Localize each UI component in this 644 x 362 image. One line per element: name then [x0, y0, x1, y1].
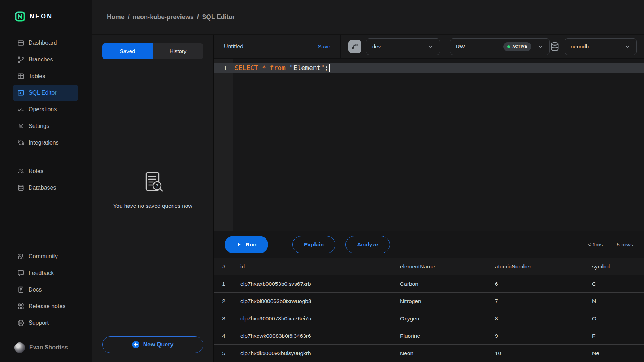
editor-toolbar: Untitled Save dev	[214, 35, 644, 58]
query-stats: < 1ms 5 rows	[588, 241, 633, 248]
sql-keyword: from	[270, 64, 286, 72]
analyze-button[interactable]: Analyze	[345, 236, 390, 253]
sidebar-item-tables[interactable]: Tables	[13, 68, 78, 85]
cell-atomicNumber: 8	[488, 315, 586, 322]
cell-id: clp7hxdkx00093b0isy08gkrh	[234, 350, 393, 357]
branch-icon-button[interactable]	[348, 40, 361, 53]
cell-index: 1	[214, 275, 234, 292]
tab-saved[interactable]: Saved	[102, 43, 153, 59]
sidebar-item-community[interactable]: Community	[13, 248, 78, 265]
database-icon	[17, 184, 25, 191]
sidebar-item-label: SQL Editor	[29, 90, 57, 96]
document-icon	[17, 286, 25, 293]
sidebar-item-label: Databases	[29, 185, 56, 191]
sidebar-item-label: Docs	[29, 286, 42, 293]
result-row-count: 5 rows	[617, 241, 633, 248]
database-cylinder-icon	[550, 42, 560, 52]
chevron-down-icon	[537, 43, 544, 50]
code-text: SELECT * from "Element";	[233, 64, 330, 72]
cell-symbol: Ne	[586, 350, 644, 357]
brand[interactable]: NEON	[0, 0, 92, 33]
chevron-down-icon	[624, 43, 631, 50]
sidebar-item-integrations[interactable]: Integrations	[13, 134, 78, 151]
column-header-id: id	[234, 263, 393, 270]
sql-keyword: SELECT	[235, 64, 258, 72]
run-bar: Run Explain Analyze < 1ms 5 rows	[214, 231, 644, 258]
sidebar-item-label: Integrations	[29, 139, 59, 146]
sidebar-item-label: Roles	[29, 168, 43, 174]
no-queries-icon: ?	[141, 170, 164, 193]
sidebar-divider-bottom	[16, 337, 37, 337]
avatar	[14, 342, 25, 353]
dashboard-icon	[17, 39, 25, 47]
sidebar-nav-tertiary: Community Feedback Docs Release notes	[0, 246, 92, 333]
gear-icon	[17, 122, 25, 130]
sidebar: NEON Dashboard Branches Tables	[0, 0, 92, 362]
plus-circle-icon	[132, 341, 139, 348]
run-label: Run	[245, 241, 256, 248]
empty-state: ? You have no saved queries now	[92, 65, 213, 328]
app-root: NEON Dashboard Branches Tables	[0, 0, 644, 362]
saved-queries-panel: Saved History ?	[92, 35, 214, 362]
tab-history[interactable]: History	[153, 43, 203, 59]
git-branch-icon	[17, 56, 25, 63]
status-badge-label: ACTIVE	[513, 44, 527, 48]
table-icon	[17, 73, 25, 80]
cell-atomicNumber: 6	[488, 281, 586, 287]
sidebar-item-docs[interactable]: Docs	[13, 281, 78, 298]
user-name: Evan Shortiss	[29, 344, 68, 351]
sql-operator: *	[262, 64, 266, 72]
sidebar-item-databases[interactable]: Databases	[13, 180, 78, 196]
neon-logo-icon	[14, 11, 26, 22]
table-row: 5 clp7hxdkx00093b0isy08gkrh Neon 10 Ne	[214, 345, 644, 362]
run-button[interactable]: Run	[225, 236, 268, 253]
code-line-current: 1 SELECT * from "Element";	[214, 63, 644, 73]
sidebar-item-roles[interactable]: Roles	[13, 163, 78, 180]
sidebar-item-label: Branches	[29, 56, 53, 63]
results-table: # id elementName atomicNumber symbol 1 c…	[214, 258, 644, 362]
speech-bubble-icon	[17, 270, 25, 277]
sidebar-item-label: Release notes	[29, 303, 65, 310]
breadcrumb-home[interactable]: Home	[107, 13, 125, 21]
cell-index: 3	[214, 310, 234, 327]
cell-id: clp7hxc9000073b0ixa76ei7u	[234, 315, 393, 322]
cell-atomicNumber: 9	[488, 333, 586, 339]
breadcrumb-page[interactable]: SQL Editor	[202, 13, 235, 21]
sidebar-item-support[interactable]: Support	[13, 315, 78, 331]
sidebar-item-branches[interactable]: Branches	[13, 51, 78, 68]
query-title-section: Untitled Save	[214, 35, 341, 58]
play-icon	[236, 242, 242, 247]
check-list-icon	[17, 106, 25, 113]
sidebar-item-sql-editor[interactable]: SQL Editor	[13, 85, 78, 101]
sidebar-item-release-notes[interactable]: Release notes	[13, 298, 78, 315]
sql-code-editor[interactable]: 1 SELECT * from "Element";	[214, 58, 644, 231]
sidebar-item-operations[interactable]: Operations	[13, 101, 78, 118]
sidebar-item-feedback[interactable]: Feedback	[13, 265, 78, 281]
column-header-index: #	[214, 258, 234, 275]
users-icon	[17, 168, 25, 175]
breadcrumb-project[interactable]: neon-kube-previews	[133, 13, 194, 21]
save-button[interactable]: Save	[318, 43, 330, 49]
query-title[interactable]: Untitled	[224, 43, 243, 50]
new-query-button[interactable]: New Query	[102, 336, 203, 353]
chevron-down-icon	[427, 43, 434, 50]
sidebar-item-settings[interactable]: Settings	[13, 118, 78, 134]
cell-symbol: N	[586, 298, 644, 305]
endpoint-select[interactable]: RW ACTIVE	[450, 38, 550, 55]
branch-select[interactable]: dev	[366, 38, 440, 55]
editor-pane: Untitled Save dev	[214, 35, 644, 362]
sidebar-item-label: Dashboard	[29, 40, 57, 46]
table-row: 2 clp7hxbl000063b0ixrwuogb3 Nitrogen 7 N	[214, 293, 644, 310]
svg-text:?: ?	[156, 183, 158, 189]
active-dot-icon	[507, 45, 510, 48]
breadcrumb: Home / neon-kube-previews / SQL Editor	[92, 0, 644, 35]
user-menu[interactable]: Evan Shortiss	[0, 341, 92, 362]
explain-button[interactable]: Explain	[292, 236, 335, 253]
cell-index: 2	[214, 293, 234, 310]
database-select[interactable]: neondb	[565, 38, 637, 55]
sidebar-item-label: Settings	[29, 123, 49, 129]
sidebar-item-dashboard[interactable]: Dashboard	[13, 35, 78, 51]
sidebar-item-label: Community	[29, 253, 58, 260]
table-row: 4 clp7hxcwk00083b0i6i3463r6 Fluorine 9 F	[214, 327, 644, 345]
terminal-icon	[17, 89, 25, 96]
